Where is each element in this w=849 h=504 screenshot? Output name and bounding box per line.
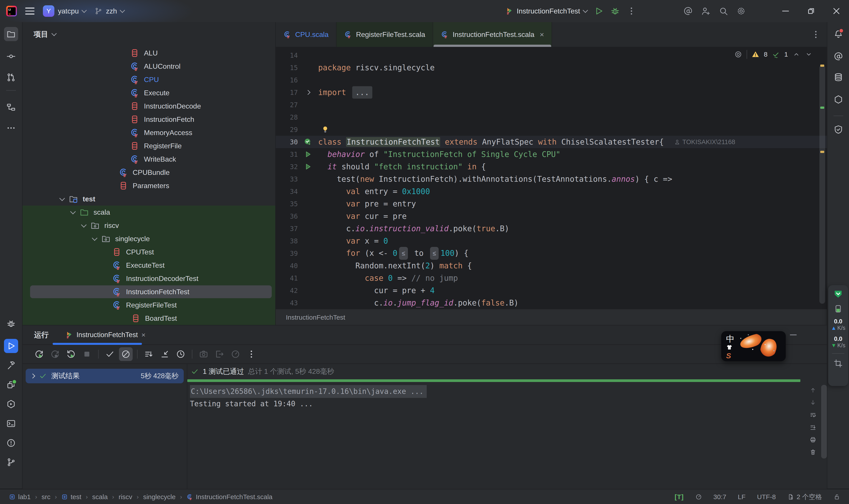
tree-item-cpubundle[interactable]: CPUBundle [22,166,275,179]
code-line[interactable]: 36 var cur = pre [276,210,827,222]
tree-item-cpu[interactable]: CPU [22,73,275,86]
close-tab-icon[interactable]: × [540,30,544,39]
code-with-me-button[interactable] [701,6,710,16]
tree-item-riscv-package[interactable]: riscv [22,219,275,232]
tree-item-executetest[interactable]: ExecuteTest [22,259,275,272]
inspections-widget[interactable]: 8 1 [734,50,813,59]
structure-tool-button[interactable] [4,100,18,114]
run-tool-button[interactable] [4,339,18,353]
tree-item-alucontrol[interactable]: ALUControl [22,60,275,73]
code-author-hint[interactable]: TOKISAKIX\21168 [674,138,735,146]
version-control-tool-button[interactable] [4,455,18,469]
project-panel-header[interactable]: 项目 [22,22,275,47]
test-results-row[interactable]: 测试结果 5秒 428毫秒 [26,369,184,383]
tree-item-scala-folder[interactable]: scala [22,205,275,219]
database-tool-button[interactable] [831,70,846,85]
line-separator[interactable]: LF [738,493,745,501]
print-icon[interactable] [810,436,816,443]
code-line[interactable]: 29 [276,123,827,136]
tree-item-memoryaccess[interactable]: MemoryAccess [22,126,275,139]
toggle-auto-test-button[interactable] [64,347,78,361]
code-line[interactable]: 17import ... [276,86,827,98]
breadcrumb-riscv[interactable]: riscv [119,493,132,501]
build-tool-button[interactable] [4,358,18,373]
import-test-results-button[interactable] [213,347,227,361]
show-passed-button[interactable] [103,347,117,361]
profiler-button[interactable] [229,347,242,361]
run-tab-instructionfetchtest[interactable]: InstructionFetchTest × [63,325,148,344]
code-line-current[interactable]: 30class InstructionFetchTest extends Any… [276,136,827,148]
terminal-tool-button[interactable] [4,416,18,431]
next-problem-icon[interactable] [805,50,813,58]
tree-item-parameters[interactable]: Parameters [22,179,275,192]
ai-assistant-button[interactable] [683,6,693,16]
notifications-button[interactable] [831,27,846,41]
console-scrollbar[interactable] [821,385,827,458]
fold-region-icon[interactable] [298,91,318,94]
tree-item-boardtest[interactable]: BoardTest [22,312,275,325]
highlighting-level-icon[interactable] [734,50,742,58]
run-test-gutter-icon[interactable] [298,150,318,158]
tree-item-test-folder[interactable]: test [22,192,275,205]
memory-indicator[interactable] [696,493,702,500]
sort-alphabetically-button[interactable] [142,347,156,361]
more-run-options-button[interactable] [627,6,636,16]
search-everywhere-button[interactable] [719,6,728,16]
main-menu-button[interactable] [25,7,35,15]
hide-run-panel-button[interactable] [789,330,798,340]
code-line[interactable]: 40 Random.nextInt(2) match { [276,259,827,272]
code-line[interactable]: 16 [276,74,827,86]
tree-item-alu[interactable]: ALU [22,47,275,60]
toolbar-more-button[interactable] [245,347,258,361]
code-line[interactable]: 43 c.io.jump_flag_id.poke(false.B) [276,296,827,309]
intention-lightbulb-icon[interactable] [321,126,329,133]
code-line[interactable]: 27 [276,98,827,111]
test-console[interactable]: 1 测试已通过 总计 1 个测试, 5秒 428毫秒 C:\Users\2658… [187,364,827,489]
code-line[interactable]: 39 for (x <- 0≤ to ≤100) { [276,247,827,259]
next-occurrence-icon[interactable] [810,399,816,406]
tree-item-singlecycle-package[interactable]: singlecycle [22,232,275,245]
close-button[interactable] [824,0,849,22]
code-editor[interactable]: 14 15package riscv.singlecycle 16 17impo… [276,47,827,309]
services-tool-button[interactable] [4,378,18,392]
tab-list-button[interactable] [811,22,827,47]
breadcrumb-file[interactable]: InstructionFetchTest.scala [186,493,272,501]
breadcrumb-src[interactable]: src [41,493,50,501]
code-line[interactable]: 28 [276,111,827,123]
rerun-failed-tests-button[interactable] [48,347,62,361]
sort-by-duration-button[interactable] [174,347,187,361]
pull-requests-tool-button[interactable] [4,70,18,85]
file-encoding[interactable]: UTF-8 [757,493,776,501]
tree-item-instructiondecode[interactable]: InstructionDecode [22,100,275,113]
gradle-tool-button[interactable] [831,92,846,107]
tree-item-execute[interactable]: Execute [22,86,275,100]
code-line[interactable]: 33 test(new InstructionFetch).withAnnota… [276,173,827,185]
breadcrumb-scala[interactable]: scala [92,493,108,501]
tree-item-instructionfetch[interactable]: InstructionFetch [22,113,275,126]
breadcrumb-module[interactable]: lab1 [9,493,31,501]
tree-item-cputest[interactable]: CPUTest [22,245,275,259]
sbt-tool-button[interactable] [4,397,18,411]
soft-wrap-icon[interactable] [810,412,816,418]
clear-console-icon[interactable] [810,449,816,455]
close-run-tab-icon[interactable]: × [141,331,145,339]
minimize-button[interactable] [773,0,798,22]
tree-item-registerfile[interactable]: RegisterFile [22,139,275,152]
tree-item-registerfiletest[interactable]: RegisterFileTest [22,299,275,312]
rerun-button[interactable] [32,347,46,361]
settings-button[interactable] [736,6,746,16]
tree-item-writeback[interactable]: WriteBack [22,152,275,166]
breadcrumb-test[interactable]: test [61,493,81,501]
code-line[interactable]: 34 val entry = 0x1000 [276,185,827,198]
code-line[interactable]: 42 cur = pre + 4 [276,284,827,296]
indent-style[interactable]: 2 个空格 [787,492,822,502]
stop-button[interactable] [80,347,94,361]
ai-assistant-tool-button[interactable] [831,49,846,64]
prev-problem-icon[interactable] [792,50,800,58]
tab-cpu-scala[interactable]: CPU.scala [276,22,337,47]
code-line[interactable]: 41 case 0 => // no jump [276,272,827,284]
code-line[interactable]: 35 var pre = entry [276,198,827,210]
prev-occurrence-icon[interactable] [810,387,816,394]
project-selector[interactable]: Y yatcpu [43,5,86,17]
dependency-checker-tool-button[interactable] [831,123,846,137]
